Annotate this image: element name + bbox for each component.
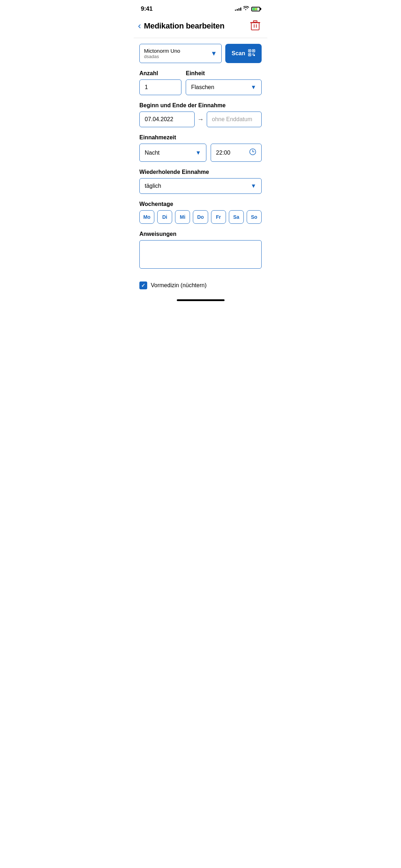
clock-icon [249,148,256,157]
einheit-dropdown[interactable]: Flaschen ▼ [186,79,262,95]
medication-name: Mictonorm Uno [144,48,180,54]
medication-row: Mictonorm Uno dsadas ▼ Scan [139,44,262,63]
svg-rect-6 [249,50,250,51]
medication-dropdown-arrow-icon: ▼ [211,50,217,57]
einnahmezeit-row: Nacht ▼ 22:00 [139,144,262,162]
scan-button-label: Scan [232,50,245,57]
wochentage-section: Wochentage Mo Di Mi Do Fr Sa So [139,201,262,224]
nav-bar: ‹ Medikation bearbeiten [134,16,267,38]
svg-rect-14 [253,55,255,56]
wiederholende-label: Wiederholende Einnahme [139,169,262,175]
vormedizin-row: ✓ Vormedizin (nüchtern) [134,277,267,294]
einheit-label: Einheit [186,70,262,77]
checkbox-check-icon: ✓ [141,283,145,288]
anweisungen-label: Anweisungen [139,231,262,237]
day-button-so[interactable]: So [247,210,262,224]
back-chevron-icon: ‹ [138,21,141,30]
medication-subtitle: dsadas [144,54,180,59]
date-row: 07.04.2022 → ohne Enddatum [139,112,262,127]
medication-name-container: Mictonorm Uno dsadas [144,48,180,59]
signal-bars-icon [235,7,241,11]
vormedizin-label: Vormedizin (nüchtern) [151,282,207,289]
wochentage-label: Wochentage [139,201,262,207]
medication-dropdown[interactable]: Mictonorm Uno dsadas ▼ [139,44,222,63]
back-button[interactable]: ‹ [137,20,143,32]
einheit-dropdown-arrow-icon: ▼ [251,84,256,91]
day-button-mo[interactable]: Mo [139,210,154,224]
trash-icon [250,20,260,31]
anzahl-label: Anzahl [139,70,181,77]
einnahmezeit-label: Einnahmezeit [139,134,262,141]
svg-rect-10 [249,54,250,55]
day-button-mi[interactable]: Mi [175,210,190,224]
time-picker[interactable]: 22:00 [211,144,262,162]
anweisungen-section: Anweisungen [139,231,262,270]
day-button-do[interactable]: Do [193,210,208,224]
end-date-placeholder: ohne Enddatum [212,116,252,122]
time-value: 22:00 [216,150,230,156]
start-date-value: 07.04.2022 [145,116,173,122]
datum-label: Beginn und Ende der Einnahme [139,102,262,109]
status-icons: ⚡ [235,6,260,12]
end-date-input[interactable]: ohne Enddatum [207,112,262,127]
start-date-input[interactable]: 07.04.2022 [139,112,195,127]
wiederholende-section: Wiederholende Einnahme täglich ▼ [139,169,262,194]
anzahl-column: Anzahl [139,70,181,95]
status-bar: 9:41 ⚡ [134,0,267,16]
einheit-column: Einheit Flaschen ▼ [186,70,262,95]
vormedizin-checkbox[interactable]: ✓ [139,281,147,289]
page-title: Medikation bearbeiten [144,21,225,31]
einnahmezeit-period-dropdown[interactable]: Nacht ▼ [139,144,206,162]
battery-icon: ⚡ [251,7,260,11]
anzahl-einheit-row: Anzahl Einheit Flaschen ▼ [139,70,262,95]
einnahmezeit-period-value: Nacht [145,150,160,156]
anzahl-input[interactable] [139,79,181,95]
wiederholende-value: täglich [145,183,161,189]
anweisungen-textarea[interactable] [139,240,262,269]
svg-rect-11 [252,53,253,54]
day-button-sa[interactable]: Sa [229,210,244,224]
svg-rect-2 [256,24,257,28]
nav-left: ‹ Medikation bearbeiten [137,20,225,32]
scan-button[interactable]: Scan [225,44,262,63]
wochentage-row: Mo Di Mi Do Fr Sa So [139,210,262,224]
day-button-di[interactable]: Di [157,210,172,224]
datum-section: Beginn und Ende der Einnahme 07.04.2022 … [139,102,262,127]
date-separator-icon: → [197,116,204,123]
home-indicator-area [134,294,267,307]
qr-code-icon [248,49,255,58]
svg-rect-1 [254,24,255,28]
wiederholende-dropdown[interactable]: täglich ▼ [139,178,262,194]
einnahmezeit-section: Einnahmezeit Nacht ▼ 22:00 [139,134,262,162]
wiederholende-dropdown-arrow-icon: ▼ [251,183,256,189]
status-time: 9:41 [141,5,153,12]
svg-rect-0 [251,23,259,30]
svg-rect-13 [252,55,253,55]
svg-rect-8 [253,50,254,51]
delete-button[interactable] [249,19,262,33]
svg-rect-12 [253,53,254,54]
content-area: Mictonorm Uno dsadas ▼ Scan [134,38,267,270]
home-indicator [177,299,225,301]
day-button-fr[interactable]: Fr [211,210,226,224]
einnahmezeit-dropdown-arrow-icon: ▼ [195,150,201,156]
einheit-value: Flaschen [191,84,214,91]
wifi-icon [243,6,249,12]
svg-rect-4 [253,21,257,22]
